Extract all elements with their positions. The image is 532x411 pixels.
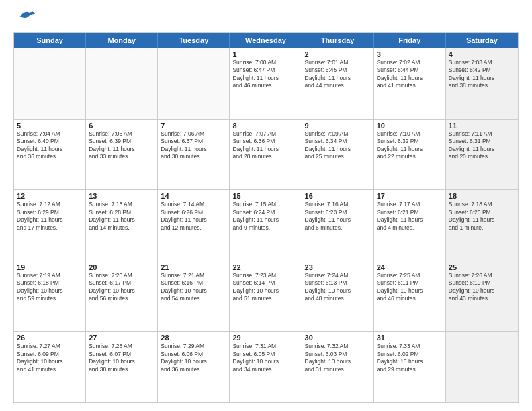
weekday-header-thursday: Thursday: [302, 33, 374, 48]
day-info: Sunrise: 7:29 AM Sunset: 6:06 PM Dayligh…: [161, 342, 226, 373]
day-number: 27: [89, 334, 154, 342]
day-number: 18: [449, 192, 515, 200]
day-number: 6: [89, 122, 154, 130]
day-info: Sunrise: 7:05 AM Sunset: 6:39 PM Dayligh…: [89, 130, 154, 161]
day-info: Sunrise: 7:04 AM Sunset: 6:40 PM Dayligh…: [17, 130, 83, 161]
day-info: Sunrise: 7:19 AM Sunset: 6:18 PM Dayligh…: [17, 272, 83, 303]
day-number: 16: [305, 192, 371, 200]
cal-cell-r4-c6: [446, 332, 518, 402]
weekday-header-friday: Friday: [374, 33, 446, 48]
day-number: 21: [161, 263, 226, 271]
day-number: 30: [305, 334, 371, 342]
day-info: Sunrise: 7:01 AM Sunset: 6:45 PM Dayligh…: [305, 59, 371, 90]
day-number: 23: [305, 263, 371, 271]
day-number: 17: [377, 192, 443, 200]
day-info: Sunrise: 7:11 AM Sunset: 6:31 PM Dayligh…: [449, 130, 515, 161]
day-info: Sunrise: 7:06 AM Sunset: 6:37 PM Dayligh…: [161, 130, 226, 161]
weekday-header-saturday: Saturday: [446, 33, 518, 48]
day-info: Sunrise: 7:31 AM Sunset: 6:05 PM Dayligh…: [232, 342, 298, 373]
cal-cell-r3-c4: 23Sunrise: 7:24 AM Sunset: 6:13 PM Dayli…: [302, 261, 374, 332]
cal-cell-r2-c2: 14Sunrise: 7:14 AM Sunset: 6:26 PM Dayli…: [158, 190, 230, 261]
day-number: 1: [232, 50, 298, 58]
cal-cell-r2-c5: 17Sunrise: 7:17 AM Sunset: 6:21 PM Dayli…: [374, 190, 446, 261]
day-info: Sunrise: 7:10 AM Sunset: 6:32 PM Dayligh…: [377, 130, 443, 161]
day-number: 9: [305, 122, 371, 130]
cal-cell-r1-c5: 10Sunrise: 7:10 AM Sunset: 6:32 PM Dayli…: [374, 120, 446, 190]
day-info: Sunrise: 7:32 AM Sunset: 6:03 PM Dayligh…: [305, 342, 371, 373]
cal-cell-r3-c5: 24Sunrise: 7:25 AM Sunset: 6:11 PM Dayli…: [374, 261, 446, 332]
day-info: Sunrise: 7:27 AM Sunset: 6:09 PM Dayligh…: [17, 342, 83, 373]
day-info: Sunrise: 7:07 AM Sunset: 6:36 PM Dayligh…: [232, 130, 298, 161]
cal-cell-r3-c0: 19Sunrise: 7:19 AM Sunset: 6:18 PM Dayli…: [14, 261, 86, 332]
day-number: 11: [449, 122, 515, 130]
day-info: Sunrise: 7:20 AM Sunset: 6:17 PM Dayligh…: [89, 272, 154, 303]
calendar: SundayMondayTuesdayWednesdayThursdayFrid…: [13, 32, 519, 403]
cal-cell-r4-c2: 28Sunrise: 7:29 AM Sunset: 6:06 PM Dayli…: [158, 332, 230, 402]
cal-cell-r2-c4: 16Sunrise: 7:16 AM Sunset: 6:23 PM Dayli…: [302, 190, 374, 261]
weekday-header-tuesday: Tuesday: [158, 33, 230, 48]
day-number: 31: [377, 334, 443, 342]
day-number: 20: [89, 263, 154, 271]
cal-row-1: 5Sunrise: 7:04 AM Sunset: 6:40 PM Daylig…: [14, 119, 518, 190]
day-info: Sunrise: 7:28 AM Sunset: 6:07 PM Dayligh…: [89, 342, 154, 373]
cal-cell-r1-c4: 9Sunrise: 7:09 AM Sunset: 6:34 PM Daylig…: [302, 120, 374, 190]
cal-cell-r0-c0: [14, 48, 86, 119]
day-number: 25: [449, 263, 515, 271]
day-number: 19: [17, 263, 83, 271]
page: SundayMondayTuesdayWednesdayThursdayFrid…: [0, 0, 532, 411]
day-info: Sunrise: 7:23 AM Sunset: 6:14 PM Dayligh…: [232, 272, 298, 303]
day-info: Sunrise: 7:18 AM Sunset: 6:20 PM Dayligh…: [449, 201, 515, 232]
day-number: 29: [232, 334, 298, 342]
cal-cell-r0-c3: 1Sunrise: 7:00 AM Sunset: 6:47 PM Daylig…: [230, 48, 302, 119]
weekday-header-monday: Monday: [86, 33, 158, 48]
cal-cell-r1-c6: 11Sunrise: 7:11 AM Sunset: 6:31 PM Dayli…: [446, 120, 518, 190]
day-info: Sunrise: 7:09 AM Sunset: 6:34 PM Dayligh…: [305, 130, 371, 161]
calendar-header: SundayMondayTuesdayWednesdayThursdayFrid…: [14, 33, 518, 48]
cal-cell-r3-c2: 21Sunrise: 7:21 AM Sunset: 6:16 PM Dayli…: [158, 261, 230, 332]
cal-cell-r1-c3: 8Sunrise: 7:07 AM Sunset: 6:36 PM Daylig…: [230, 120, 302, 190]
logo-bird-icon: [15, 9, 36, 25]
day-number: 2: [305, 50, 371, 58]
cal-row-4: 26Sunrise: 7:27 AM Sunset: 6:09 PM Dayli…: [14, 331, 518, 402]
cal-cell-r3-c1: 20Sunrise: 7:20 AM Sunset: 6:17 PM Dayli…: [86, 261, 158, 332]
cal-row-0: 1Sunrise: 7:00 AM Sunset: 6:47 PM Daylig…: [14, 48, 518, 119]
day-number: 14: [161, 192, 226, 200]
day-number: 8: [232, 122, 298, 130]
day-info: Sunrise: 7:24 AM Sunset: 6:13 PM Dayligh…: [305, 272, 371, 303]
logo: [13, 12, 36, 27]
cal-cell-r4-c4: 30Sunrise: 7:32 AM Sunset: 6:03 PM Dayli…: [302, 332, 374, 402]
day-info: Sunrise: 7:15 AM Sunset: 6:24 PM Dayligh…: [232, 201, 298, 232]
cal-cell-r1-c2: 7Sunrise: 7:06 AM Sunset: 6:37 PM Daylig…: [158, 120, 230, 190]
day-info: Sunrise: 7:25 AM Sunset: 6:11 PM Dayligh…: [377, 272, 443, 303]
cal-cell-r0-c4: 2Sunrise: 7:01 AM Sunset: 6:45 PM Daylig…: [302, 48, 374, 119]
cal-cell-r2-c3: 15Sunrise: 7:15 AM Sunset: 6:24 PM Dayli…: [230, 190, 302, 261]
day-info: Sunrise: 7:13 AM Sunset: 6:28 PM Dayligh…: [89, 201, 154, 232]
cal-cell-r4-c5: 31Sunrise: 7:33 AM Sunset: 6:02 PM Dayli…: [374, 332, 446, 402]
day-info: Sunrise: 7:21 AM Sunset: 6:16 PM Dayligh…: [161, 272, 226, 303]
day-number: 7: [161, 122, 226, 130]
day-info: Sunrise: 7:12 AM Sunset: 6:29 PM Dayligh…: [17, 201, 83, 232]
cal-cell-r3-c6: 25Sunrise: 7:26 AM Sunset: 6:10 PM Dayli…: [446, 261, 518, 332]
day-info: Sunrise: 7:16 AM Sunset: 6:23 PM Dayligh…: [305, 201, 371, 232]
cal-row-3: 19Sunrise: 7:19 AM Sunset: 6:18 PM Dayli…: [14, 261, 518, 332]
day-number: 26: [17, 334, 83, 342]
cal-cell-r2-c6: 18Sunrise: 7:18 AM Sunset: 6:20 PM Dayli…: [446, 190, 518, 261]
day-info: Sunrise: 7:26 AM Sunset: 6:10 PM Dayligh…: [449, 272, 515, 303]
cal-cell-r4-c3: 29Sunrise: 7:31 AM Sunset: 6:05 PM Dayli…: [230, 332, 302, 402]
day-number: 15: [232, 192, 298, 200]
day-number: 28: [161, 334, 226, 342]
cal-cell-r1-c0: 5Sunrise: 7:04 AM Sunset: 6:40 PM Daylig…: [14, 120, 86, 190]
cal-cell-r4-c1: 27Sunrise: 7:28 AM Sunset: 6:07 PM Dayli…: [86, 332, 158, 402]
day-info: Sunrise: 7:14 AM Sunset: 6:26 PM Dayligh…: [161, 201, 226, 232]
weekday-header-wednesday: Wednesday: [230, 33, 302, 48]
cal-cell-r2-c1: 13Sunrise: 7:13 AM Sunset: 6:28 PM Dayli…: [86, 190, 158, 261]
day-number: 13: [89, 192, 154, 200]
cal-cell-r0-c6: 4Sunrise: 7:03 AM Sunset: 6:42 PM Daylig…: [446, 48, 518, 119]
day-info: Sunrise: 7:00 AM Sunset: 6:47 PM Dayligh…: [232, 59, 298, 90]
day-number: 12: [17, 192, 83, 200]
day-number: 10: [377, 122, 443, 130]
day-info: Sunrise: 7:17 AM Sunset: 6:21 PM Dayligh…: [377, 201, 443, 232]
day-number: 22: [232, 263, 298, 271]
cal-cell-r1-c1: 6Sunrise: 7:05 AM Sunset: 6:39 PM Daylig…: [86, 120, 158, 190]
header: [13, 12, 519, 27]
